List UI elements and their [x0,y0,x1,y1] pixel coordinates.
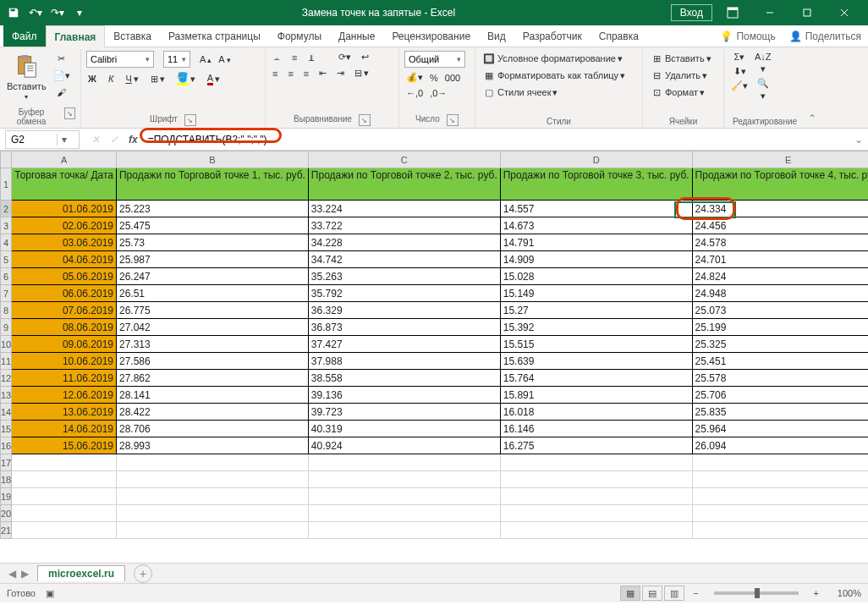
horizontal-scrollbar[interactable] [531,605,853,616]
cell[interactable] [308,522,500,539]
cell[interactable] [692,488,868,505]
cell[interactable]: 35.792 [308,285,500,302]
row-header[interactable]: 6 [1,268,12,285]
cell[interactable]: 14.557 [500,201,692,217]
cell[interactable]: 05.06.2019 [12,268,117,285]
cell[interactable]: 10.06.2019 [12,353,117,370]
cell[interactable]: 36.329 [308,302,500,319]
row-header[interactable]: 17 [1,454,12,471]
cell[interactable] [308,505,500,522]
cell[interactable] [692,505,868,522]
align-left-button[interactable]: ≡ [271,68,279,80]
cell[interactable] [500,471,692,488]
fill-color-button[interactable]: 🪣▾ [175,71,197,86]
cell[interactable]: 15.515 [500,336,692,353]
cell[interactable]: 39.723 [308,404,500,421]
cell[interactable]: 24.456 [692,217,868,234]
cell[interactable]: 38.558 [308,370,500,387]
cell[interactable] [692,522,868,539]
autosum-button[interactable]: Σ▾ [733,51,747,63]
tell-me-button[interactable]: 💡Помощь [713,25,782,47]
cell[interactable]: 24.824 [692,268,868,285]
sheet-tab[interactable]: microexcel.ru [37,565,125,581]
cell[interactable]: 15.149 [500,285,692,302]
qat-customize-icon[interactable]: ▾ [73,6,86,19]
cancel-formula-icon[interactable]: ✕ [91,134,100,146]
cell[interactable] [116,454,308,471]
cell[interactable] [116,488,308,505]
wrap-text-button[interactable]: ↩ [360,51,371,63]
dialog-launcher-icon[interactable]: ↘ [64,107,75,119]
cell[interactable]: 25.223 [116,201,308,217]
decrease-font-button[interactable]: A▾ [217,53,232,65]
cell[interactable]: 24.578 [692,234,868,251]
cut-button[interactable]: ✂ [53,51,70,66]
cell[interactable]: 37.988 [308,353,500,370]
format-cells-button[interactable]: ⊡Формат▾ [648,85,718,100]
chevron-down-icon[interactable]: ▾ [182,55,186,63]
cell[interactable]: 14.909 [500,251,692,268]
chevron-down-icon[interactable]: ▾ [146,55,150,63]
share-button[interactable]: 👤Поделиться [783,25,868,47]
cell[interactable] [12,454,117,471]
select-all-corner[interactable] [1,151,12,168]
cell[interactable]: 27.042 [116,319,308,336]
merge-button[interactable]: ⊟▾ [353,67,371,80]
redo-icon[interactable]: ↷▾ [51,6,64,19]
view-page-break-button[interactable]: ▥ [664,586,684,601]
zoom-level[interactable]: 100% [827,588,861,598]
row-header[interactable]: 14 [1,404,12,421]
cell[interactable]: 28.993 [116,437,308,454]
row-header[interactable]: 5 [1,251,12,268]
cell[interactable] [692,454,868,471]
cell-styles-button[interactable]: ▢Стили ячеек▾ [481,85,637,100]
vertical-scrollbar[interactable] [854,151,868,548]
cell[interactable]: 16.275 [500,437,692,454]
cell[interactable]: 07.06.2019 [12,302,117,319]
cell[interactable]: 25.451 [692,353,868,370]
cell[interactable]: 24.334 [692,201,868,217]
expand-formula-bar-icon[interactable]: ⌄ [849,134,868,146]
align-top-button[interactable]: ⫠ [271,52,283,63]
row-header[interactable]: 13 [1,387,12,404]
cell[interactable]: 25.706 [692,387,868,404]
row-header[interactable]: 1 [1,168,12,201]
conditional-formatting-button[interactable]: 🔲Условное форматирование▾ [481,51,637,66]
font-name-input[interactable] [86,51,154,68]
row-header[interactable]: 15 [1,421,12,437]
font-color-button[interactable]: A▾ [206,72,222,86]
worksheet-grid[interactable]: ABCDEFGHI1Торговая точка/ ДатаПродажи по… [0,151,868,564]
cell[interactable]: 27.862 [116,370,308,387]
cell[interactable]: 28.706 [116,421,308,437]
row-header[interactable]: 18 [1,471,12,488]
cell[interactable]: 16.018 [500,404,692,421]
cell[interactable]: 33.722 [308,217,500,234]
tab-insert[interactable]: Вставка [105,25,160,47]
tab-file[interactable]: Файл [3,25,46,47]
cell[interactable] [12,488,117,505]
enter-formula-icon[interactable]: ✓ [110,134,118,146]
minimize-icon[interactable] [753,0,787,25]
align-bottom-button[interactable]: ⫫ [305,52,318,63]
cell[interactable]: 15.639 [500,353,692,370]
column-header[interactable]: C [308,151,500,168]
comma-button[interactable]: 000 [443,72,462,84]
align-middle-button[interactable]: ≡ [290,52,299,63]
cell[interactable]: 25.199 [692,319,868,336]
cell[interactable]: 25.835 [692,404,868,421]
currency-button[interactable]: 💰▾ [404,71,425,84]
cell[interactable]: 34.742 [308,251,500,268]
cell[interactable]: 06.06.2019 [12,285,117,302]
cell[interactable]: 24.701 [692,251,868,268]
row-header[interactable]: 2 [1,201,12,217]
bold-button[interactable]: Ж [86,73,98,85]
cell[interactable]: 35.263 [308,268,500,285]
fill-button[interactable]: ⬇▾ [732,65,748,78]
align-center-button[interactable]: ≡ [286,68,294,80]
cell[interactable]: 26.247 [116,268,308,285]
row-header[interactable]: 16 [1,437,12,454]
zoom-in-button[interactable]: + [809,588,824,598]
cell[interactable] [116,522,308,539]
sort-filter-button[interactable]: A↓Z▾ [753,51,773,75]
cell[interactable]: 02.06.2019 [12,217,117,234]
